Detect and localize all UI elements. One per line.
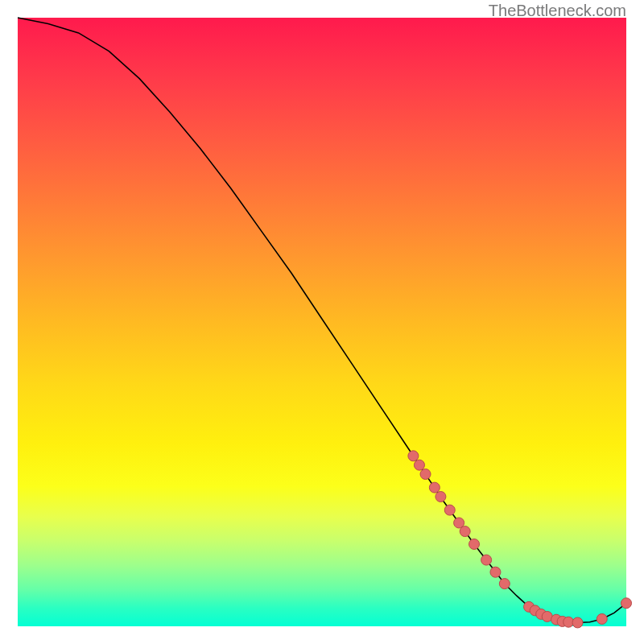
data-marker: [429, 482, 440, 493]
data-marker: [414, 460, 424, 470]
watermark-text: TheBottleneck.com: [489, 2, 626, 20]
data-marker: [460, 526, 470, 537]
data-marker: [499, 579, 510, 589]
data-marker: [469, 539, 480, 549]
data-marker: [408, 451, 419, 461]
data-marker: [436, 491, 446, 502]
marker-group: [408, 451, 632, 628]
data-marker: [444, 505, 455, 515]
data-marker: [597, 613, 607, 624]
data-marker: [490, 567, 501, 577]
data-marker: [481, 555, 492, 565]
chart-container: TheBottleneck.com: [0, 0, 644, 644]
bottleneck-curve-line: [18, 18, 626, 622]
chart-svg: [18, 18, 626, 626]
data-marker: [621, 598, 632, 609]
data-marker: [420, 469, 431, 480]
data-marker: [572, 617, 583, 628]
